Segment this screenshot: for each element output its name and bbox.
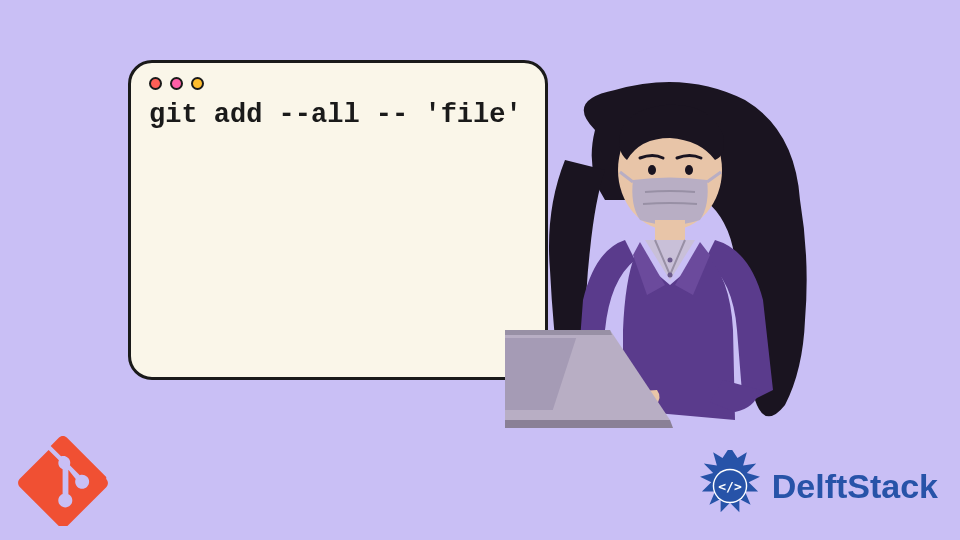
delftstack-logo: </> DelftStack [694,450,938,522]
close-icon [149,77,162,90]
git-logo-icon [18,436,108,526]
svg-text:</>: </> [718,479,742,494]
maximize-icon [191,77,204,90]
terminal-window: git add --all -- 'file' [128,60,548,380]
minimize-icon [170,77,183,90]
svg-point-4 [668,258,673,263]
svg-rect-3 [655,220,685,242]
brand-name: DelftStack [772,467,938,506]
svg-point-2 [685,165,693,175]
delft-badge-icon: </> [694,450,766,522]
svg-point-5 [668,273,673,278]
svg-point-1 [648,165,656,175]
window-controls [149,77,527,90]
terminal-command: git add --all -- 'file' [149,100,527,130]
person-illustration [505,80,865,460]
